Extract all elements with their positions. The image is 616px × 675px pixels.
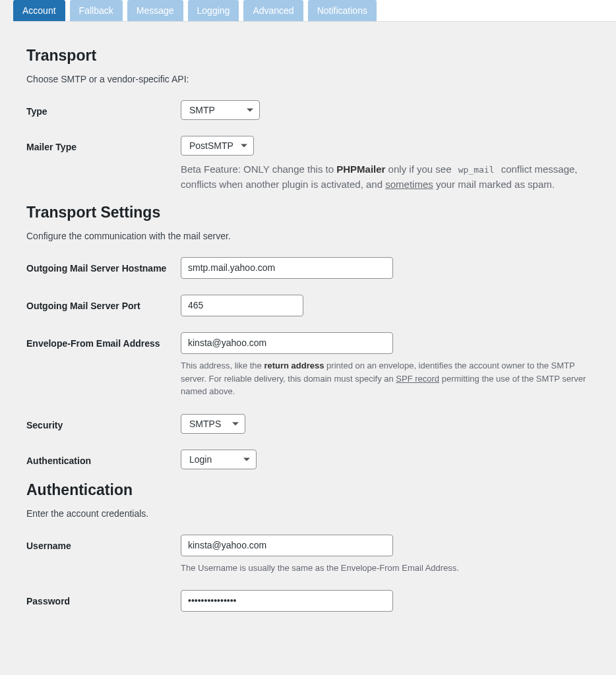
mailer-select[interactable]: PostSMTP xyxy=(181,136,254,156)
tab-account[interactable]: Account xyxy=(13,0,65,21)
auth-select[interactable]: Login xyxy=(181,450,257,469)
port-input[interactable] xyxy=(181,295,303,316)
tab-notifications[interactable]: Notifications xyxy=(308,0,377,21)
hostname-row: Outgoing Mail Server Hostname xyxy=(26,257,590,279)
tab-logging[interactable]: Logging xyxy=(188,0,239,21)
auth-row: Authentication Login xyxy=(26,450,590,469)
password-row: Password xyxy=(26,590,590,612)
type-label: Type xyxy=(26,100,181,117)
transport-settings-heading: Transport Settings xyxy=(26,204,590,221)
tabs-bar: Account Fallback Message Logging Advance… xyxy=(13,0,616,22)
sometimes-link[interactable]: sometimes xyxy=(385,179,433,190)
tab-fallback[interactable]: Fallback xyxy=(70,0,123,21)
hostname-input[interactable] xyxy=(181,257,393,279)
envelope-input[interactable] xyxy=(181,332,393,354)
transport-description: Choose SMTP or a vendor-specific API: xyxy=(26,74,590,84)
password-input[interactable] xyxy=(181,590,393,612)
username-help-text: The Username is usually the same as the … xyxy=(181,562,590,575)
mailer-help-text: Beta Feature: ONLY change this to PHPMai… xyxy=(181,162,590,192)
content-area: Transport Choose SMTP or a vendor-specif… xyxy=(0,22,616,643)
port-label: Outgoing Mail Server Port xyxy=(26,295,181,312)
username-label: Username xyxy=(26,535,181,552)
type-row: Type SMTP xyxy=(26,100,590,120)
security-row: Security SMTPS xyxy=(26,414,590,434)
security-label: Security xyxy=(26,414,181,431)
hostname-label: Outgoing Mail Server Hostname xyxy=(26,257,181,274)
envelope-row: Envelope-From Email Address This address… xyxy=(26,332,590,398)
port-row: Outgoing Mail Server Port xyxy=(26,295,590,316)
tab-message[interactable]: Message xyxy=(127,0,183,21)
spf-record-link[interactable]: SPF record xyxy=(396,374,439,384)
envelope-label: Envelope-From Email Address xyxy=(26,332,181,349)
auth-label: Authentication xyxy=(26,450,181,467)
transport-heading: Transport xyxy=(26,47,590,65)
transport-settings-description: Configure the communication with the mai… xyxy=(26,231,590,241)
security-select[interactable]: SMTPS xyxy=(181,414,245,434)
password-label: Password xyxy=(26,590,181,607)
mailer-row: Mailer Type PostSMTP Beta Feature: ONLY … xyxy=(26,136,590,192)
username-input[interactable] xyxy=(181,535,393,556)
tab-advanced[interactable]: Advanced xyxy=(243,0,303,21)
envelope-help-text: This address, like the return address pr… xyxy=(181,359,590,398)
authentication-description: Enter the account credentials. xyxy=(26,508,590,519)
mailer-label: Mailer Type xyxy=(26,136,181,153)
type-select[interactable]: SMTP xyxy=(181,100,260,120)
username-row: Username The Username is usually the sam… xyxy=(26,535,590,575)
authentication-heading: Authentication xyxy=(26,481,590,499)
